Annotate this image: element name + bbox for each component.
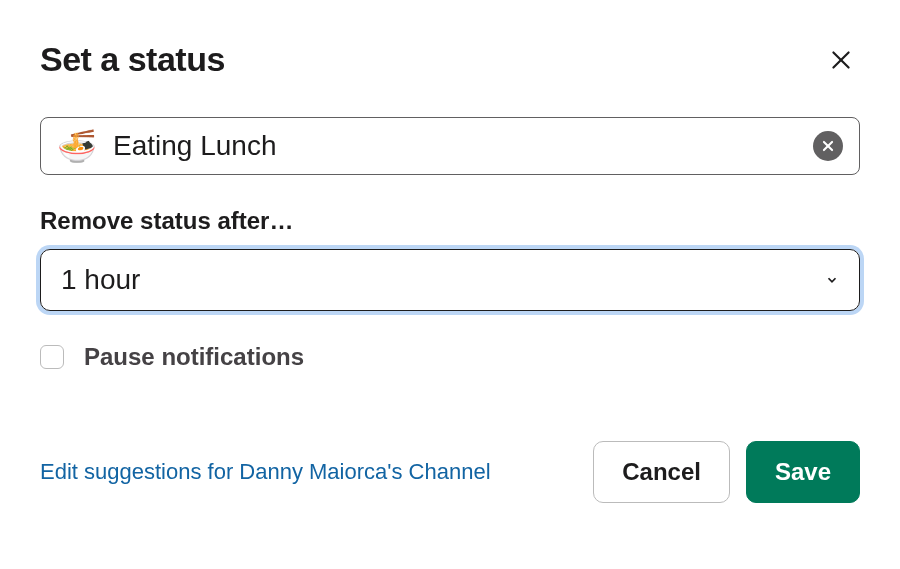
save-button[interactable]: Save bbox=[746, 441, 860, 503]
cancel-button[interactable]: Cancel bbox=[593, 441, 730, 503]
status-text-input[interactable] bbox=[113, 130, 797, 162]
status-emoji-picker[interactable]: 🍜 bbox=[57, 130, 97, 162]
dialog-footer: Edit suggestions for Danny Maiorca's Cha… bbox=[40, 441, 860, 503]
pause-notifications-row: Pause notifications bbox=[40, 343, 860, 371]
close-icon bbox=[828, 47, 854, 73]
button-group: Cancel Save bbox=[593, 441, 860, 503]
chevron-down-icon bbox=[825, 273, 839, 287]
pause-notifications-label: Pause notifications bbox=[84, 343, 304, 371]
duration-select[interactable]: 1 hour bbox=[40, 249, 860, 311]
dialog-header: Set a status bbox=[40, 40, 860, 79]
edit-suggestions-link[interactable]: Edit suggestions for Danny Maiorca's Cha… bbox=[40, 459, 491, 485]
clear-icon bbox=[821, 139, 835, 153]
status-field[interactable]: 🍜 bbox=[40, 117, 860, 175]
close-button[interactable] bbox=[822, 41, 860, 79]
duration-label: Remove status after… bbox=[40, 207, 860, 235]
pause-notifications-checkbox[interactable] bbox=[40, 345, 64, 369]
duration-selected-value: 1 hour bbox=[61, 264, 140, 296]
clear-status-button[interactable] bbox=[813, 131, 843, 161]
dialog-title: Set a status bbox=[40, 40, 225, 79]
